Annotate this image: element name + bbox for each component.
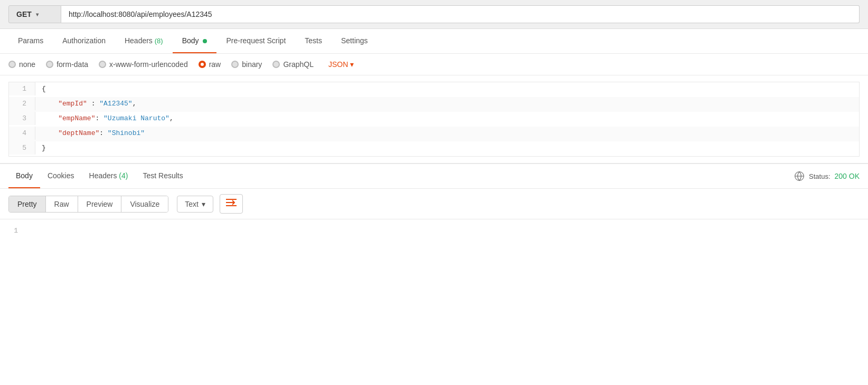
text-dropdown[interactable]: Text ▾ [177,196,213,213]
radio-graphql[interactable]: GraphQL [272,60,314,69]
view-btn-visualize[interactable]: Visualize [121,196,168,212]
body-options: none form-data x-www-form-urlencoded raw… [0,54,868,75]
method-label: GET [16,10,32,18]
radio-graphql-circle [272,61,280,68]
response-section: Body Cookies Headers (4) Test Results St… [0,163,868,242]
url-input[interactable] [61,5,860,23]
tab-tests[interactable]: Tests [295,29,332,53]
tab-params[interactable]: Params [8,29,53,53]
radio-raw-circle [199,61,206,68]
status-value: 200 OK [835,172,860,180]
status-label: Status: [809,172,830,180]
radio-none[interactable]: none [8,60,35,69]
radio-raw[interactable]: raw [199,60,221,69]
tab-prerequest[interactable]: Pre-request Script [216,29,295,53]
tab-settings[interactable]: Settings [332,29,378,53]
radio-formdata[interactable]: form-data [46,60,88,69]
radio-urlencoded[interactable]: x-www-form-urlencoded [99,60,188,69]
code-line-5: 5 } [9,141,859,156]
radio-binary[interactable]: binary [231,60,262,69]
radio-binary-circle [231,61,239,68]
code-line-3: 3 "empName": "Uzumaki Naruto", [9,112,859,127]
code-line-4: 4 "deptName": "Shinobi" [9,127,859,141]
resp-tab-headers[interactable]: Headers (4) [82,164,136,188]
tab-authorization[interactable]: Authorization [53,29,115,53]
globe-icon [794,171,805,181]
wrap-icon [225,198,237,210]
radio-formdata-circle [46,61,53,68]
wrap-button[interactable] [220,194,243,214]
view-btn-pretty[interactable]: Pretty [9,196,46,212]
response-toolbar: Pretty Raw Preview Visualize Text ▾ [0,189,868,219]
resp-tab-cookies[interactable]: Cookies [40,164,82,188]
method-select[interactable]: GET ▾ [8,5,61,23]
code-editor[interactable]: 1 { 2 "empId" : "A12345", 3 "empName": "… [8,82,860,157]
resp-tab-testresults[interactable]: Test Results [135,164,190,188]
radio-none-circle [8,61,16,68]
tab-headers[interactable]: Headers (8) [115,29,173,53]
status-area: Status: 200 OK [794,171,860,181]
resp-body-line-1: 1 [0,224,868,237]
code-line-2: 2 "empId" : "A12345", [9,97,859,112]
view-btn-preview[interactable]: Preview [78,196,122,212]
method-chevron: ▾ [36,12,39,17]
view-btn-raw[interactable]: Raw [46,196,78,212]
request-tabs: Params Authorization Headers (8) Body Pr… [0,29,868,54]
json-dropdown[interactable]: JSON ▾ [328,60,354,69]
tab-body[interactable]: Body [173,29,217,53]
radio-urlencoded-circle [99,61,106,68]
code-line-1: 1 { [9,82,859,97]
response-tabs-bar: Body Cookies Headers (4) Test Results St… [0,164,868,189]
url-bar: GET ▾ [0,0,868,29]
resp-tab-body[interactable]: Body [8,164,40,188]
resp-line-num-1: 1 [0,225,26,237]
view-btn-group: Pretty Raw Preview Visualize [8,196,168,213]
response-body: 1 [0,219,868,242]
